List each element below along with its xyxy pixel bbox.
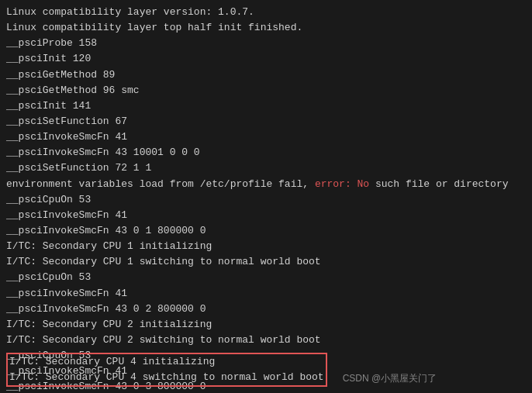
highlight-line-1: I/TC: Secondary CPU 4 initializing [8, 354, 326, 370]
terminal-window: Linux compatibility layer version: 1.0.7… [0, 0, 532, 393]
highlighted-block: I/TC: Secondary CPU 4 initializing I/TC:… [6, 353, 327, 387]
terminal-line: __psciInit 120 [6, 51, 526, 67]
terminal-line: __psciInvokeSmcFn 43 0 1 800000 0 [6, 223, 526, 239]
terminal-line: Linux compatibility layer top half init … [6, 20, 526, 36]
terminal-line: __psciCpuOn 53 [6, 192, 526, 208]
terminal-line: __psciInvokeSmcFn 41 [6, 129, 526, 145]
watermark: CSDN @小黑屋关门了 [343, 372, 437, 385]
terminal-line: __psciSetFunction 72 1 1 [6, 160, 526, 176]
terminal-line: environment variables load from /etc/pro… [6, 177, 526, 192]
terminal-line: __psciGetMethod 96 smc [6, 83, 526, 98]
bottom-section: I/TC: Secondary CPU 4 initializing I/TC:… [6, 353, 532, 387]
terminal-line: __psciInvokeSmcFn 43 0 2 800000 0 [6, 302, 526, 317]
terminal-line: I/TC: Secondary CPU 1 initializing [6, 239, 526, 254]
terminal-line: I/TC: Secondary CPU 1 switching to norma… [6, 254, 526, 270]
highlight-line-2: I/TC: Secondary CPU 4 switching to norma… [8, 370, 326, 385]
terminal-line: __psciInit 141 [6, 98, 526, 114]
terminal-line: __psciInvokeSmcFn 41 [6, 286, 526, 302]
terminal-line: Linux compatibility layer version: 1.0.7… [6, 5, 526, 20]
terminal-line: __psciInvokeSmcFn 43 10001 0 0 0 [6, 145, 526, 160]
terminal-line: __psciProbe 158 [6, 36, 526, 51]
terminal-line: I/TC: Secondary CPU 2 initializing [6, 317, 526, 333]
terminal-line: __psciInvokeSmcFn 41 [6, 208, 526, 223]
terminal-line: I/TC: Secondary CPU 2 switching to norma… [6, 333, 526, 348]
terminal-line: __psciCpuOn 53 [6, 270, 526, 285]
error-text: error: No [315, 178, 369, 190]
terminal-output: Linux compatibility layer version: 1.0.7… [6, 5, 526, 393]
terminal-line: __psciGetMethod 89 [6, 67, 526, 83]
terminal-line: __psciSetFunction 67 [6, 114, 526, 129]
